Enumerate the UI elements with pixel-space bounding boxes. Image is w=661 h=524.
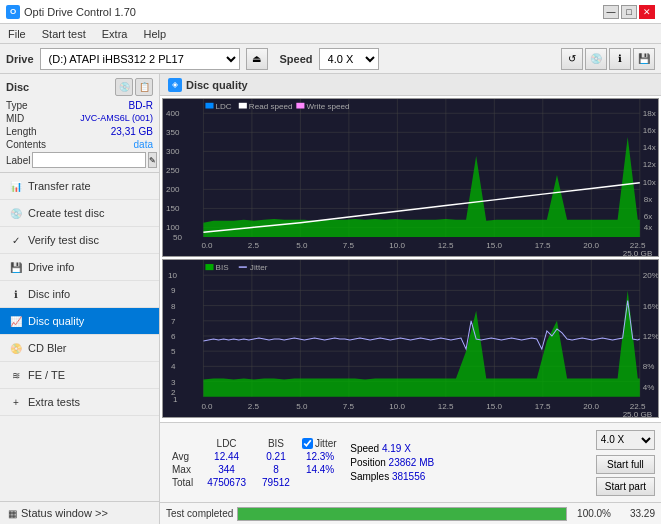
stats-bar: LDC BIS Jitter Avg 12.44	[160, 422, 661, 502]
svg-rect-98	[205, 264, 213, 270]
samples-stat-value: 381556	[392, 471, 425, 482]
disc-button[interactable]: 💿	[585, 48, 607, 70]
svg-text:6: 6	[171, 332, 176, 341]
nav-create-test-disc[interactable]: 💿 Create test disc	[0, 200, 159, 227]
svg-text:6x: 6x	[644, 212, 653, 221]
label-input[interactable]	[32, 152, 146, 168]
stats-table: LDC BIS Jitter Avg 12.44	[166, 437, 342, 489]
svg-text:2.5: 2.5	[248, 242, 260, 251]
disc-section-title: Disc	[6, 81, 29, 93]
nav-disc-quality[interactable]: 📈 Disc quality	[0, 308, 159, 335]
verify-test-disc-icon: ✓	[8, 232, 24, 248]
total-bis: 79512	[254, 476, 298, 489]
svg-text:12.5: 12.5	[438, 242, 454, 251]
create-test-disc-icon: 💿	[8, 205, 24, 221]
position-info: Speed 4.19 X Position 23862 MB Samples 3…	[350, 443, 434, 482]
nav-extra-tests[interactable]: + Extra tests	[0, 389, 159, 416]
svg-text:4x: 4x	[644, 224, 653, 233]
svg-text:4%: 4%	[643, 383, 655, 392]
drive-info-icon: 💾	[8, 259, 24, 275]
svg-text:4: 4	[171, 362, 176, 371]
svg-text:18x: 18x	[643, 109, 656, 118]
speed-stat-label: Speed	[350, 443, 382, 454]
nav-transfer-rate[interactable]: 📊 Transfer rate	[0, 173, 159, 200]
chart-ldc-svg: 400 350 300 250 200 150 100 50 18x 16x 1…	[163, 99, 658, 256]
stats-header-bis: BIS	[254, 437, 298, 450]
nav-fe-te-label: FE / TE	[28, 369, 65, 381]
svg-text:250: 250	[166, 166, 180, 175]
length-label: Length	[6, 126, 37, 137]
drive-bar: Drive (D:) ATAPI iHBS312 2 PL17 ⏏ Speed …	[0, 44, 661, 74]
save-button[interactable]: 💾	[633, 48, 655, 70]
nav-drive-info[interactable]: 💾 Drive info	[0, 254, 159, 281]
disc-icon2[interactable]: 📋	[135, 78, 153, 96]
svg-text:12.5: 12.5	[438, 402, 454, 411]
info-button[interactable]: ℹ	[609, 48, 631, 70]
menu-start-test[interactable]: Start test	[38, 27, 90, 41]
start-part-button[interactable]: Start part	[596, 477, 655, 496]
control-buttons: 4.0 X 8.0 X Start full Start part	[596, 430, 655, 496]
speed-select[interactable]: 4.0 X 8.0 X	[319, 48, 379, 70]
svg-rect-50	[296, 103, 304, 109]
avg-bis: 0.21	[254, 450, 298, 463]
menu-bar: File Start test Extra Help	[0, 24, 661, 44]
svg-text:15.0: 15.0	[486, 242, 502, 251]
disc-icon1[interactable]: 💿	[115, 78, 133, 96]
nav-disc-info[interactable]: ℹ Disc info	[0, 281, 159, 308]
jitter-check-cell: Jitter	[298, 437, 342, 450]
menu-file[interactable]: File	[4, 27, 30, 41]
nav-cd-bler-label: CD Bler	[28, 342, 67, 354]
svg-text:10: 10	[168, 271, 177, 280]
close-button[interactable]: ✕	[639, 5, 655, 19]
main-content: Disc 💿 📋 Type BD-R MID JVC-AMS6L (001) L…	[0, 74, 661, 524]
progress-label: Test completed	[166, 508, 233, 519]
stats-header-ldc: LDC	[199, 437, 254, 450]
drive-select[interactable]: (D:) ATAPI iHBS312 2 PL17	[40, 48, 240, 70]
svg-text:20.0: 20.0	[583, 242, 599, 251]
menu-extra[interactable]: Extra	[98, 27, 132, 41]
eject-button[interactable]: ⏏	[246, 48, 268, 70]
maximize-button[interactable]: □	[621, 5, 637, 19]
svg-text:2.5: 2.5	[248, 402, 260, 411]
chart-ldc: 400 350 300 250 200 150 100 50 18x 16x 1…	[162, 98, 659, 257]
nav-verify-test-disc[interactable]: ✓ Verify test disc	[0, 227, 159, 254]
test-speed-select[interactable]: 4.0 X 8.0 X	[596, 430, 655, 450]
start-full-button[interactable]: Start full	[596, 455, 655, 474]
svg-text:200: 200	[166, 185, 180, 194]
svg-text:0.0: 0.0	[201, 242, 213, 251]
nav-cd-bler[interactable]: 📀 CD Bler	[0, 335, 159, 362]
avg-label: Avg	[166, 450, 199, 463]
fe-te-icon: ≋	[8, 367, 24, 383]
panel-header-icon: ◈	[168, 78, 182, 92]
svg-text:12%: 12%	[643, 332, 658, 341]
svg-text:8: 8	[171, 302, 176, 311]
svg-text:150: 150	[166, 204, 180, 213]
chart-bis-svg: 10 9 8 7 6 5 4 3 2 1 20% 16% 12% 8% 4%	[163, 260, 658, 417]
svg-text:15.0: 15.0	[486, 402, 502, 411]
avg-ldc: 12.44	[199, 450, 254, 463]
jitter-checkbox[interactable]	[302, 438, 313, 449]
cd-bler-icon: 📀	[8, 340, 24, 356]
status-window-nav[interactable]: ▦ Status window >>	[0, 501, 159, 524]
minimize-button[interactable]: —	[603, 5, 619, 19]
nav-fe-te[interactable]: ≋ FE / TE	[0, 362, 159, 389]
svg-text:5.0: 5.0	[296, 402, 308, 411]
type-label: Type	[6, 100, 28, 111]
speed-label: Speed	[280, 53, 313, 65]
extra-tests-icon: +	[8, 394, 24, 410]
nav-extra-tests-label: Extra tests	[28, 396, 80, 408]
svg-text:350: 350	[166, 128, 180, 137]
menu-help[interactable]: Help	[139, 27, 170, 41]
svg-text:7.5: 7.5	[343, 242, 355, 251]
total-label: Total	[166, 476, 199, 489]
refresh-button[interactable]: ↺	[561, 48, 583, 70]
svg-text:LDC: LDC	[216, 102, 232, 111]
label-edit-button[interactable]: ✎	[148, 152, 157, 168]
disc-section: Disc 💿 📋 Type BD-R MID JVC-AMS6L (001) L…	[0, 74, 159, 173]
panel-header: ◈ Disc quality	[160, 74, 661, 96]
right-panel: ◈ Disc quality	[160, 74, 661, 524]
jitter-label: Jitter	[315, 438, 337, 449]
nav-disc-info-label: Disc info	[28, 288, 70, 300]
samples-stat-label: Samples	[350, 471, 392, 482]
svg-text:100: 100	[166, 224, 180, 233]
